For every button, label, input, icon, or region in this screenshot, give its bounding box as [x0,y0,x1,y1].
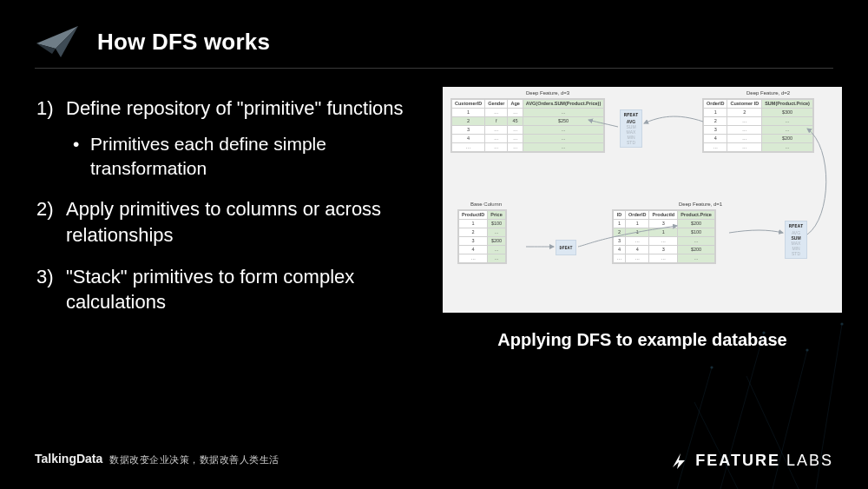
label-deep-d2: Deep Feature, d=2 [746,90,790,96]
customers-table: CustomerIDGenderAgeAVG(Orders.SUM(Produc… [451,99,604,152]
diagram-caption: Applying DFS to example database [443,330,842,350]
orders-table: OrderIDCustomer IDSUM(Product.Price)12$3… [703,99,813,152]
point-1a-text: Primitives each define simple transforma… [90,134,326,178]
rfeat-header: RFEAT [621,112,641,118]
point-2-text: Apply primitives to columns or across re… [66,198,381,246]
paper-dart-icon [35,24,80,59]
svg-line-8 [746,376,799,489]
slide-title: How DFS works [97,29,270,56]
rfeat-avg-box: RFEAT AVGSUMMAXMINSTD [620,109,642,148]
diagram-panel: Deep Feature, d=3 CustomerIDGenderAgeAVG… [443,87,842,313]
talkingdata-brand: TalkingData [35,452,102,466]
point-3-text: "Stack" primitives to form complex calcu… [66,266,354,314]
title-rule [35,68,833,69]
label-deep-d3: Deep Feature, d=3 [526,90,569,96]
featurelabs-icon [669,451,688,470]
title-bar: How DFS works [35,24,833,59]
footer-left: TalkingData 数据改变企业决策，数据改善人类生活 [35,452,279,466]
point-1-text: Define repository of "primitive" functio… [66,97,404,119]
body-text: Define repository of "primitive" functio… [36,96,427,331]
dfeat-box: DFEAT [556,240,576,255]
featurelabs-text: FEATURE LABS [695,452,833,470]
point-1a: Primitives each define simple transforma… [66,132,427,182]
rfeat-header-2: RFEAT [786,223,806,229]
svg-line-7 [694,402,738,489]
point-2: Apply primitives to columns or across re… [36,196,427,248]
featurelabs-text-a: FEATURE [695,452,780,469]
label-deep-d1: Deep Feature, d=1 [679,202,722,207]
svg-point-12 [840,322,843,325]
rfeat-sum-box: RFEAT AVGSUMMAXMINSTD [785,221,807,259]
svg-line-3 [677,367,712,489]
products-table: ProductIDPrice1$1002…3$2004……… [458,210,506,263]
talkingdata-tagline: 数据改变企业决策，数据改善人类生活 [109,453,279,466]
svg-point-9 [710,366,713,368]
featurelabs-text-b: LABS [780,452,833,469]
point-1: Define repository of "primitive" functio… [36,96,427,181]
footer-right: FEATURE LABS [669,451,833,470]
order-products-table: IDOrderIDProductIdProduct.Price113$20021… [613,210,715,263]
point-3: "Stack" primitives to form complex calcu… [36,264,427,315]
label-base-col: Base Column [470,202,502,207]
